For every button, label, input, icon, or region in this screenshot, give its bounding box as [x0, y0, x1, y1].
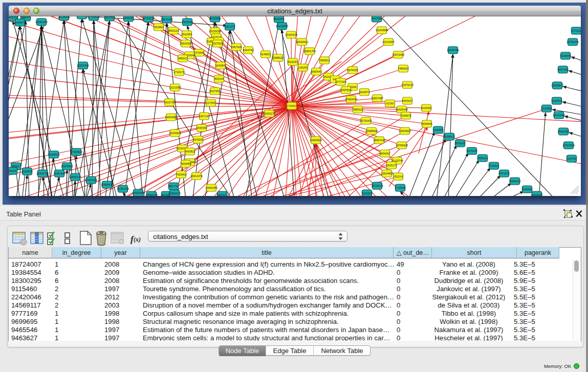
svg-text:3267130: 3267130	[199, 115, 210, 118]
svg-text:6879197: 6879197	[455, 142, 466, 145]
svg-text:10688609: 10688609	[365, 129, 378, 133]
svg-text:20053345: 20053345	[77, 64, 89, 67]
svg-text:16210643: 16210643	[553, 114, 565, 117]
svg-text:3493822: 3493822	[185, 150, 195, 153]
svg-text:6466160: 6466160	[123, 16, 134, 19]
svg-text:9699695: 9699695	[422, 122, 432, 125]
svg-text:12213383: 12213383	[169, 86, 181, 89]
svg-text:3624574: 3624574	[359, 91, 370, 94]
svg-text:1810755: 1810755	[164, 101, 175, 104]
svg-text:17016504: 17016504	[562, 144, 575, 147]
svg-text:19218506: 19218506	[276, 25, 288, 28]
svg-text:16033809: 16033809	[209, 17, 221, 20]
svg-text:3467477: 3467477	[217, 193, 228, 196]
svg-text:7663822: 7663822	[154, 26, 164, 29]
svg-text:1527602: 1527602	[104, 16, 115, 19]
svg-text:16648784: 16648784	[447, 49, 459, 52]
svg-text:13524851: 13524851	[381, 172, 393, 175]
svg-text:9115460: 9115460	[421, 106, 432, 110]
svg-text:1405572: 1405572	[15, 21, 26, 24]
svg-text:252214: 252214	[394, 175, 403, 178]
svg-text:12975125: 12975125	[401, 83, 413, 86]
svg-text:15136141: 15136141	[371, 184, 383, 187]
svg-text:16961758: 16961758	[303, 50, 316, 53]
svg-text:17651708: 17651708	[145, 193, 158, 196]
svg-text:7632621: 7632621	[489, 164, 499, 167]
svg-text:15300273: 15300273	[263, 112, 275, 115]
svg-text:12942757: 12942757	[36, 172, 49, 175]
svg-text:14216227: 14216227	[531, 193, 543, 196]
svg-text:10807487: 10807487	[371, 97, 383, 100]
svg-text:19384554: 19384554	[310, 139, 322, 142]
svg-text:12093872: 12093872	[551, 84, 563, 87]
svg-text:10025438: 10025438	[396, 108, 408, 111]
svg-text:9463627: 9463627	[402, 99, 413, 102]
svg-text:9227342: 9227342	[558, 68, 569, 71]
svg-text:39159: 39159	[9, 169, 16, 172]
svg-text:13325419: 13325419	[285, 33, 297, 36]
svg-text:1724007: 1724007	[287, 104, 297, 107]
svg-text:7625402: 7625402	[176, 173, 187, 176]
svg-text:13654923: 13654923	[399, 129, 411, 133]
svg-text:116753: 116753	[567, 157, 576, 160]
svg-text:6974028: 6974028	[347, 69, 358, 72]
svg-text:8938923: 8938923	[444, 135, 455, 138]
svg-text:2967608: 2967608	[231, 46, 242, 49]
svg-text:2349575: 2349575	[401, 114, 411, 117]
svg-text:9834067: 9834067	[380, 152, 390, 155]
svg-text:15692991: 15692991	[557, 130, 570, 133]
svg-text:(x): (x)	[134, 236, 141, 243]
svg-text:9431579: 9431579	[9, 16, 18, 19]
svg-text:989012: 989012	[178, 57, 187, 60]
svg-text:3215958: 3215958	[541, 107, 552, 110]
svg-text:1588520: 1588520	[273, 56, 284, 59]
svg-text:8322057: 8322057	[288, 60, 298, 63]
svg-text:7024305: 7024305	[362, 192, 373, 195]
svg-text:7357274: 7357274	[225, 25, 235, 28]
svg-text:9777169: 9777169	[336, 80, 346, 83]
svg-text:12505135: 12505135	[69, 176, 81, 179]
svg-text:7485063: 7485063	[398, 67, 409, 70]
svg-text:11451944: 11451944	[53, 172, 66, 175]
svg-text:9146821: 9146821	[260, 53, 271, 56]
svg-text:1572322: 1572322	[571, 29, 581, 32]
svg-text:15720407: 15720407	[360, 119, 372, 122]
svg-text:19166825: 19166825	[169, 132, 181, 135]
svg-text:1244415: 1244415	[552, 99, 562, 102]
svg-text:8990443: 8990443	[311, 70, 322, 73]
svg-text:9909489: 9909489	[181, 162, 191, 165]
svg-text:1535359: 1535359	[197, 126, 207, 129]
svg-text:803144: 803144	[214, 77, 224, 80]
svg-text:8427552: 8427552	[210, 90, 221, 93]
svg-text:9327505: 9327505	[212, 42, 223, 45]
svg-text:8454749: 8454749	[243, 49, 254, 52]
svg-text:10154808: 10154808	[376, 29, 388, 32]
svg-text:8471676: 8471676	[499, 172, 510, 175]
svg-text:16914479: 16914479	[190, 174, 203, 178]
svg-text:7986322: 7986322	[353, 108, 363, 111]
svg-text:10973493: 10973493	[392, 53, 404, 56]
svg-text:16543362: 16543362	[180, 42, 192, 45]
svg-text:7955812: 7955812	[319, 59, 330, 62]
svg-text:19671955: 19671955	[161, 18, 173, 21]
svg-text:15751074: 15751074	[567, 40, 579, 43]
svg-text:9474444: 9474444	[467, 149, 477, 152]
svg-text:15226058: 15226058	[209, 30, 221, 33]
svg-text:14956679: 14956679	[168, 192, 181, 195]
svg-text:20975867: 20975867	[61, 165, 73, 168]
svg-text:10719135: 10719135	[142, 17, 155, 20]
svg-text:10654112: 10654112	[509, 180, 521, 183]
svg-text:136265: 136265	[298, 66, 308, 69]
svg-text:20364436: 20364436	[345, 98, 357, 101]
svg-text:17359924: 17359924	[70, 150, 82, 154]
svg-text:164095: 164095	[433, 128, 443, 132]
svg-text:217005: 217005	[206, 101, 215, 104]
svg-text:16553267: 16553267	[76, 16, 88, 17]
svg-text:20091406: 20091406	[35, 20, 48, 24]
svg-text:5578334: 5578334	[193, 138, 204, 141]
svg-text:1615172: 1615172	[386, 164, 397, 167]
svg-text:12213967: 12213967	[382, 40, 395, 43]
svg-text:16782759: 16782759	[117, 187, 129, 190]
svg-text:2935114: 2935114	[477, 157, 488, 160]
svg-text:19654982: 19654982	[165, 116, 177, 119]
